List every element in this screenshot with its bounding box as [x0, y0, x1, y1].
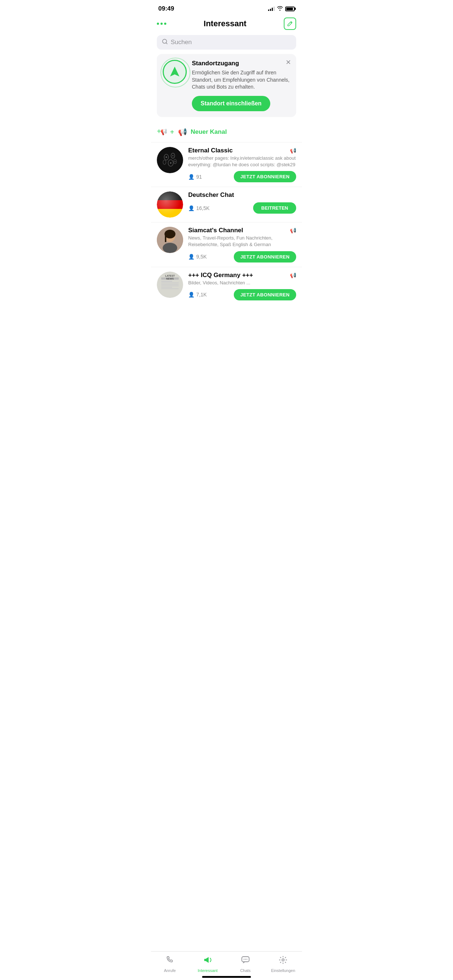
channel-description: News, Travel-Reports, Fun Nachrichten, R…: [188, 235, 296, 248]
status-time: 09:49: [158, 5, 174, 13]
list-item: Eternal Classic 📢 merch/other pages: Ink…: [151, 142, 302, 187]
broadcast-icon: 📢: [290, 148, 296, 153]
channel-avatar: [157, 147, 183, 173]
member-icon: 👤: [188, 254, 195, 259]
wifi-icon: [277, 6, 283, 12]
channel-description: Bilder, Videos, Nachrichten ...: [188, 280, 296, 286]
member-icon: 👤: [188, 174, 195, 180]
channel-name: Eternal Classic: [188, 147, 233, 154]
subscribe-button[interactable]: JETZT ABONNIEREN: [234, 289, 296, 301]
channel-members: 👤 7,1K: [188, 292, 207, 298]
battery-icon: [285, 6, 295, 11]
edit-button[interactable]: [284, 18, 296, 30]
signal-icon: [268, 6, 274, 11]
page-title: Interessant: [204, 19, 246, 29]
location-enable-button[interactable]: Standort einschließen: [192, 96, 270, 111]
search-placeholder: Suchen: [171, 39, 192, 46]
svg-point-10: [172, 155, 174, 156]
content-area: Suchen ✕ Standortzugang Ermöglichen Sie …: [151, 35, 302, 337]
list-item: Deutscher Chat 👤 16,5K BEITRETEN: [151, 187, 302, 222]
svg-point-9: [166, 156, 167, 158]
search-icon: [162, 39, 168, 46]
broadcast-icon: 📢: [290, 272, 296, 278]
megaphone-icon: 📢: [178, 127, 187, 136]
edit-icon: [287, 21, 293, 27]
join-button[interactable]: BEITRETEN: [253, 202, 296, 214]
channel-list: Eternal Classic 📢 merch/other pages: Ink…: [151, 142, 302, 305]
svg-text:NEWS: NEWS: [166, 277, 174, 280]
svg-point-12: [175, 161, 176, 162]
svg-rect-22: [161, 284, 179, 285]
status-bar: 09:49: [151, 0, 302, 14]
channel-avatar: [157, 227, 183, 253]
navigation-icon: [169, 65, 181, 78]
svg-rect-24: [161, 287, 172, 288]
svg-point-17: [163, 243, 177, 253]
more-button[interactable]: [157, 22, 166, 25]
channel-avatar: [157, 191, 183, 218]
channel-members: 👤 91: [188, 174, 202, 180]
search-bar[interactable]: Suchen: [157, 35, 296, 49]
location-icon: [163, 60, 187, 84]
svg-text:📢: 📢: [161, 127, 166, 135]
list-item: Siamcat's Channel 📢 News, Travel-Reports…: [151, 222, 302, 267]
member-icon: 👤: [188, 205, 195, 211]
channel-members: 👤 16,5K: [188, 205, 210, 211]
header: Interessant: [151, 14, 302, 33]
new-channel-plus: +: [170, 128, 174, 136]
location-banner: ✕ Standortzugang Ermöglichen Sie den Zug…: [157, 54, 296, 117]
list-item: LATEST NEWS +++ ICQ Germany +++ 📢 Bilder…: [151, 267, 302, 305]
new-channel-row[interactable]: + 📢 + 📢 Neuer Kanal: [151, 124, 302, 142]
broadcast-icon: 📢: [290, 228, 296, 233]
channel-name: Siamcat's Channel: [188, 227, 243, 234]
new-channel-icon: + 📢: [157, 127, 166, 137]
channel-members: 👤 9,5K: [188, 254, 207, 259]
svg-point-11: [170, 162, 171, 164]
member-icon: 👤: [188, 292, 195, 298]
svg-rect-16: [165, 235, 166, 242]
close-button[interactable]: ✕: [286, 59, 291, 65]
svg-rect-21: [161, 283, 179, 283]
channel-name: Deutscher Chat: [188, 191, 234, 199]
svg-rect-23: [161, 285, 179, 286]
channel-description: merch/other pages: Inky.in/eternalclassi…: [188, 155, 296, 168]
subscribe-button[interactable]: JETZT ABONNIEREN: [234, 171, 296, 182]
new-channel-label: Neuer Kanal: [191, 128, 227, 135]
subscribe-button[interactable]: JETZT ABONNIEREN: [234, 251, 296, 262]
status-icons: [268, 6, 295, 12]
channel-name: +++ ICQ Germany +++: [188, 272, 253, 279]
location-banner-description: Ermöglichen Sie den Zugriff auf Ihren St…: [192, 69, 290, 91]
svg-rect-25: [161, 288, 179, 289]
location-banner-title: Standortzugang: [192, 60, 290, 67]
svg-rect-20: [161, 281, 172, 282]
channel-avatar: LATEST NEWS: [157, 272, 183, 298]
svg-text:LATEST: LATEST: [165, 275, 175, 277]
